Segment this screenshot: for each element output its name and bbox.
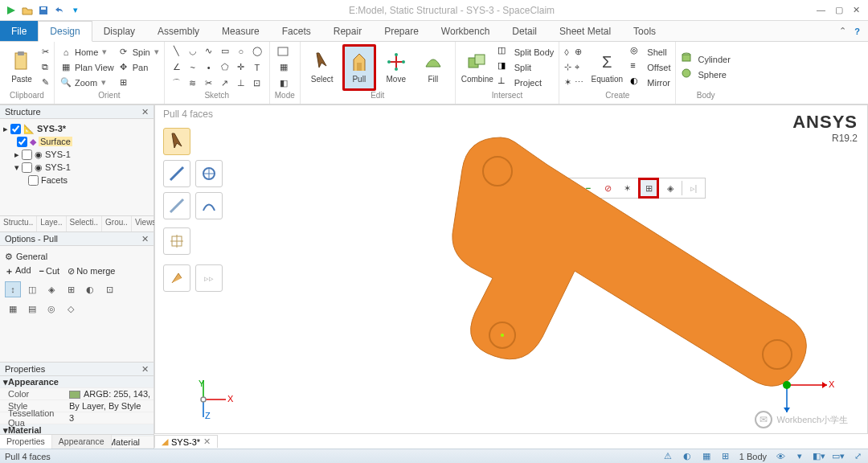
sphere-button[interactable]: Sphere <box>698 68 730 82</box>
arc-icon[interactable]: ◡ <box>186 44 200 59</box>
panel-close-icon[interactable]: ✕ <box>141 234 149 244</box>
stab-structure[interactable]: Structu.. <box>0 216 37 232</box>
pull-opt-3-icon[interactable]: ◈ <box>43 281 59 297</box>
tab-repair[interactable]: Repair <box>322 21 373 41</box>
tab-workbench[interactable]: Workbench <box>430 21 501 41</box>
open-icon[interactable] <box>21 4 34 17</box>
undo-icon[interactable] <box>53 4 66 17</box>
viewport[interactable]: Pull 4 faces ANSYS R19.2 ▹▹ ＋ − ⊘ ✶ ⊞ ◈ … <box>154 104 868 434</box>
tab-close-icon[interactable]: ✕ <box>203 436 211 447</box>
minimize-button[interactable]: — <box>817 5 825 15</box>
tree-item-surface[interactable]: Surface <box>39 137 72 146</box>
planview-button[interactable]: ▦Plan View <box>59 60 114 75</box>
cut-option[interactable]: −Cut <box>39 266 60 276</box>
tree-item-facets[interactable]: Facets <box>41 175 68 185</box>
pan-button[interactable]: ✥Pan <box>117 60 159 75</box>
mode-3d-icon[interactable] <box>275 44 293 59</box>
stab-layers[interactable]: Laye.. <box>37 216 66 232</box>
prop-color[interactable]: ARGB: 255, 143, <box>69 389 154 399</box>
spin-button[interactable]: ⟳Spin▾ <box>117 45 159 59</box>
stab-groups[interactable]: Grou.. <box>102 216 132 232</box>
shell-button[interactable]: Shell <box>647 45 670 59</box>
tree-check[interactable] <box>17 137 27 147</box>
create-point-icon[interactable]: ✶ <box>564 76 571 90</box>
tab-design[interactable]: Design <box>38 21 92 42</box>
run-icon[interactable] <box>5 4 18 17</box>
splitbody-button[interactable]: Split Body <box>514 45 555 59</box>
vp-tool-f-icon[interactable] <box>163 264 190 292</box>
split-button[interactable]: Split <box>514 60 555 75</box>
point-icon[interactable]: • <box>202 60 216 75</box>
select-button[interactable]: Select <box>305 44 339 91</box>
zoom-button[interactable]: 🔍Zoom▾ <box>59 76 114 90</box>
nomerge-option[interactable]: ⊘No merge <box>68 266 115 277</box>
polygon-icon[interactable]: ⬠ <box>218 60 232 75</box>
status-opt1-icon[interactable]: ◐ <box>682 451 693 462</box>
pull-opt-5-icon[interactable]: ◐ <box>82 281 98 297</box>
cylinder-button[interactable]: Cylinder <box>698 52 730 67</box>
pull-opt-7-icon[interactable]: ▦ <box>5 301 21 317</box>
create-axis-icon[interactable]: ⊹ <box>564 60 571 75</box>
status-render-icon[interactable]: ◧▾ <box>813 451 825 462</box>
vp-tool-a-icon[interactable] <box>163 160 190 187</box>
status-opt3-icon[interactable]: ⊞ <box>720 451 731 462</box>
tree-root[interactable]: SYS-3* <box>37 124 66 133</box>
tab-measure[interactable]: Measure <box>211 21 271 41</box>
tab-file[interactable]: File <box>0 21 38 41</box>
pull-opt-1-icon[interactable]: ↕ <box>5 281 21 297</box>
maximize-button[interactable]: ▢ <box>835 5 843 15</box>
status-vis-icon[interactable]: 👁 <box>775 451 786 462</box>
pull-opt-10-icon[interactable]: ◇ <box>63 301 79 317</box>
text-icon[interactable]: T <box>250 60 264 75</box>
pull-opt-8-icon[interactable]: ▤ <box>24 301 40 317</box>
status-grid-icon[interactable]: ▾ <box>794 451 805 462</box>
tree-check[interactable] <box>22 150 32 160</box>
pull-opt-9-icon[interactable]: ◎ <box>43 301 59 317</box>
move-button[interactable]: Move <box>379 44 413 91</box>
extend-icon[interactable]: ↗ <box>218 76 232 91</box>
tab-tools[interactable]: Tools <box>622 21 667 41</box>
project-icon[interactable]: ⊥ <box>234 76 248 91</box>
rect-icon[interactable]: ▭ <box>218 44 232 59</box>
home-button[interactable]: ⌂Home▾ <box>59 45 114 59</box>
vp-tool-g-icon[interactable]: ▹▹ <box>195 264 223 292</box>
tab-assembly[interactable]: Assembly <box>146 21 211 41</box>
triad-large-icon[interactable]: X <box>771 353 835 417</box>
mode-section-icon[interactable]: ◧ <box>275 76 293 91</box>
save-icon[interactable] <box>37 4 50 17</box>
add-option[interactable]: ＋Add <box>5 265 31 277</box>
vp-tool-c-icon[interactable] <box>163 192 190 219</box>
spline-icon[interactable]: ∿ <box>202 44 216 59</box>
offset-icon[interactable]: ≋ <box>186 76 200 91</box>
cut-icon[interactable]: ✂ <box>42 45 49 59</box>
pull-opt-4-icon[interactable]: ⊞ <box>63 281 79 297</box>
create-cs-icon[interactable]: ⌖ <box>575 60 583 75</box>
tree-check[interactable] <box>28 175 39 186</box>
help-icon[interactable]: ? <box>854 27 860 36</box>
vp-tool-e-icon[interactable] <box>163 227 190 255</box>
pull-opt-6-icon[interactable]: ⊡ <box>101 281 117 297</box>
orient-more-button[interactable]: ⊞ <box>117 76 159 90</box>
ptab-appearance[interactable]: Appearance <box>52 435 112 449</box>
fill-button[interactable]: Fill <box>416 44 450 91</box>
options-general[interactable]: ⚙General <box>5 249 149 264</box>
mode-sketch-icon[interactable]: ▦ <box>275 60 293 75</box>
ellipse-icon[interactable]: ◯ <box>250 44 264 59</box>
qat-dropdown-icon[interactable]: ▾ <box>69 4 82 17</box>
tree-item-comp2[interactable]: SYS-1 <box>45 162 71 172</box>
offset-button[interactable]: Offset <box>647 60 670 75</box>
tree-check[interactable] <box>10 124 21 134</box>
constraint-icon[interactable]: ⊡ <box>250 76 264 91</box>
status-warn-icon[interactable]: ⚠ <box>662 451 674 462</box>
create-more-icon[interactable]: ⋯ <box>575 76 583 90</box>
prop-tess[interactable]: 3 <box>69 413 154 423</box>
combine-button[interactable]: Combine <box>461 44 494 91</box>
equation-button[interactable]: Σ Equation <box>587 44 627 91</box>
document-tab[interactable]: ◢ SYS-3* ✕ <box>154 435 218 448</box>
pull-opt-2-icon[interactable]: ◫ <box>24 281 40 297</box>
brush-icon[interactable]: ✎ <box>42 76 49 90</box>
line-icon[interactable]: ╲ <box>170 44 184 59</box>
pull-button[interactable]: Pull <box>342 44 376 91</box>
vp-tool-b-icon[interactable] <box>195 160 223 187</box>
tab-display[interactable]: Display <box>92 21 146 41</box>
